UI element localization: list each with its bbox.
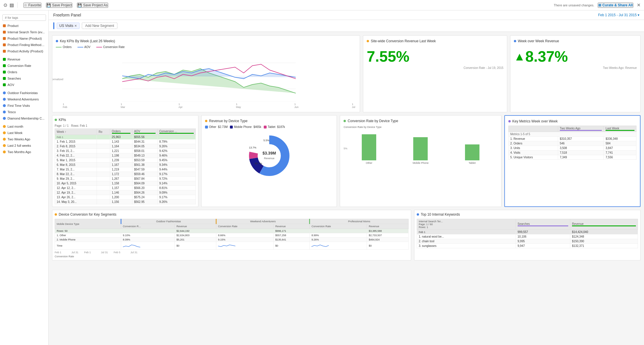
- totals-label: Feb 1: [55, 135, 97, 140]
- sidebar-item-label: First Time Visits: [8, 104, 30, 107]
- orders-col-header[interactable]: Orders: [110, 129, 132, 135]
- total-cr2: [216, 229, 273, 233]
- outdoor-segment-col[interactable]: Outdoor Fashionistas: [121, 219, 216, 224]
- close-button[interactable]: ✕: [637, 2, 641, 8]
- sidebar-item-orders[interactable]: Orders: [0, 69, 48, 75]
- conversion-legend: Conversion Rate: [96, 45, 125, 49]
- bar-tablet: Tablet: [465, 144, 479, 164]
- sidebar-item-searches[interactable]: Searches: [0, 75, 48, 82]
- sidebar-item-product-name-product[interactable]: Product Name (Product): [0, 35, 48, 42]
- ro-cell: [97, 144, 110, 149]
- of-cr-col[interactable]: Conversion R...: [121, 224, 175, 229]
- of-other-cr: 9.10%: [121, 233, 175, 238]
- search-input[interactable]: [2, 14, 46, 21]
- professional-segment-col[interactable]: Professional Moms: [310, 219, 409, 224]
- metric-label: 5. Unique Visitors: [508, 155, 558, 160]
- week-cell: 7. Mar 15, 2...: [55, 167, 97, 172]
- conv-cell: 9.44%: [157, 167, 195, 172]
- pm-cr-col[interactable]: Conversion Rate: [310, 224, 367, 229]
- save-project-as-button[interactable]: 💾 Save Project As: [77, 3, 108, 8]
- wa-cr-col[interactable]: Conversion Rate: [216, 224, 273, 229]
- ro-col-header[interactable]: Ro: [97, 129, 110, 135]
- last-week-val: 3,847: [604, 146, 636, 151]
- week-cell: 9. Mar 29, 2...: [55, 177, 97, 181]
- orders-legend-line: [56, 47, 62, 47]
- bar-mobile-label: Mobile Phone: [413, 162, 429, 164]
- week-col-header[interactable]: Week ↑: [55, 129, 97, 135]
- aov-col-header[interactable]: AOV: [132, 129, 157, 135]
- revenue-kw-col-header[interactable]: Revenue: [570, 219, 638, 230]
- time-rev-3: $0: [367, 242, 409, 250]
- conv-device-dot: [344, 120, 346, 122]
- favorite-button[interactable]: ☆ Favorite: [23, 3, 41, 8]
- metrics-col-header[interactable]: [508, 126, 558, 132]
- aov-legend-line: [77, 47, 83, 47]
- sidebar-item-two-months-ago[interactable]: Two Months Ago: [0, 149, 48, 155]
- sidebar-item-label: Searches: [8, 77, 21, 80]
- of-rev-col[interactable]: Revenue: [175, 224, 216, 229]
- sidebar-item-aov[interactable]: AOV: [0, 82, 48, 88]
- wow-sublabel: Two Weeks Ago: Revenue: [514, 66, 637, 69]
- two-weeks-val: $310,357: [558, 137, 604, 141]
- last-week-header[interactable]: Last Week: [604, 126, 636, 132]
- add-segment-button[interactable]: Add New Segment: [82, 23, 117, 29]
- sidebar-item-diamond-membership-c[interactable]: Diamond Membership C...: [0, 115, 48, 122]
- kpi-chart-wrap: Normalized: [56, 50, 356, 109]
- sidebar-item-last-week[interactable]: Last Week: [0, 130, 48, 136]
- device-segment-card: Device Conversion for Key Segments Mobil…: [52, 210, 411, 260]
- ro-cell: [97, 158, 110, 163]
- table-row: 14. May 3, 20... 1,156 $562.95 9.26%: [55, 200, 196, 204]
- keyword-col-header[interactable]: Internal Search Ter... Page: 1 / 60 Rows…: [417, 219, 516, 230]
- weekend-segment-col[interactable]: Weekend Adventurers: [216, 219, 309, 224]
- conv-cell: 9.26%: [157, 200, 195, 204]
- orders-cell: 1,221: [110, 149, 132, 153]
- dashboard-row-3: Device Conversion for Key Segments Mobil…: [52, 210, 641, 260]
- us-visits-segment[interactable]: US Visits ✕: [57, 23, 80, 29]
- save-project-button[interactable]: 💾 Save Project: [46, 3, 72, 8]
- bar-other-fill: [362, 134, 376, 160]
- sidebar-item-internal-search-term-ev[interactable]: Internal Search Term (ev...: [0, 29, 48, 35]
- sidebar-item-label: Product Finding Methods...: [8, 43, 45, 47]
- date-range-picker[interactable]: Feb 1 2015 - Jul 31 2015 ▾: [598, 13, 639, 17]
- sidebar-item-conversion-rate[interactable]: Conversion Rate: [0, 63, 48, 69]
- wow-dot: [514, 40, 516, 42]
- table-row: 1. Revenue $310,357 $336,348: [508, 137, 636, 141]
- time-label: Time: [55, 242, 121, 250]
- sidebar-item-product[interactable]: Product: [0, 23, 48, 29]
- searches-col-header[interactable]: Searches: [516, 219, 570, 230]
- sidebar-item-revenue[interactable]: Revenue: [0, 56, 48, 63]
- sidebar-item-label: Tesco: [8, 110, 16, 114]
- two-weeks-ago-header[interactable]: Two Weeks Ago: [558, 126, 604, 132]
- curate-share-button[interactable]: ⊞ Curate & Share All: [598, 3, 633, 8]
- conversion-col-header[interactable]: Conversion ...: [157, 129, 195, 135]
- orders-cell: 1,172: [110, 172, 132, 177]
- wa-rev-col[interactable]: Revenue: [274, 224, 310, 229]
- kw-total-revenue: $14,424,040: [570, 230, 638, 234]
- pm-other-rev: $2,733,507: [367, 233, 409, 238]
- revenue-val: $124,348: [570, 234, 638, 239]
- conv-cell: 9.45%: [157, 158, 195, 163]
- bar-tablet-fill: [465, 144, 479, 160]
- metric-label: 1. Revenue: [508, 137, 558, 141]
- sidebar-item-outdoor-fashionistas[interactable]: Outdoor Fashionistas: [0, 90, 48, 96]
- sidebar-item-product-activity-product[interactable]: Product Activity (Product): [0, 48, 48, 54]
- aov-legend: AOV: [77, 45, 91, 49]
- sidebar-item-first-time-visits[interactable]: First Time Visits: [0, 102, 48, 109]
- sidebar-item-last-2-full-weeks[interactable]: Last 2 full weeks: [0, 142, 48, 149]
- pm-rev-col[interactable]: Revenue: [367, 224, 409, 229]
- sidebar-item-two-weeks-ago[interactable]: Two Weeks Ago: [0, 136, 48, 142]
- remove-segment-button[interactable]: ✕: [74, 24, 77, 28]
- sidebar-item-product-finding-methods[interactable]: Product Finding Methods...: [0, 42, 48, 48]
- aov-cell: $553.59: [132, 158, 157, 163]
- searches-val: 9,995: [516, 239, 570, 244]
- device-type-col[interactable]: Mobile Device Type: [55, 219, 121, 229]
- bar-mobile: Mobile Phone: [413, 137, 429, 164]
- table-row: 7. Mar 15, 2... 1,219 $547.59 9.44%: [55, 167, 196, 172]
- keyword-label: 3. sunglasses: [417, 244, 516, 248]
- sidebar-item-tesco[interactable]: Tesco: [0, 109, 48, 115]
- dashboard-row-2: KPIs Page: 1 / 1 Rows: Feb 1 Week ↑ Ro: [52, 115, 641, 207]
- sidebar-item-weekend-adventurers[interactable]: Weekend Adventurers: [0, 96, 48, 102]
- sidebar-item-last-month[interactable]: Last month: [0, 123, 48, 130]
- ro-cell: [97, 172, 110, 177]
- totals-orders: 25,963: [110, 135, 132, 140]
